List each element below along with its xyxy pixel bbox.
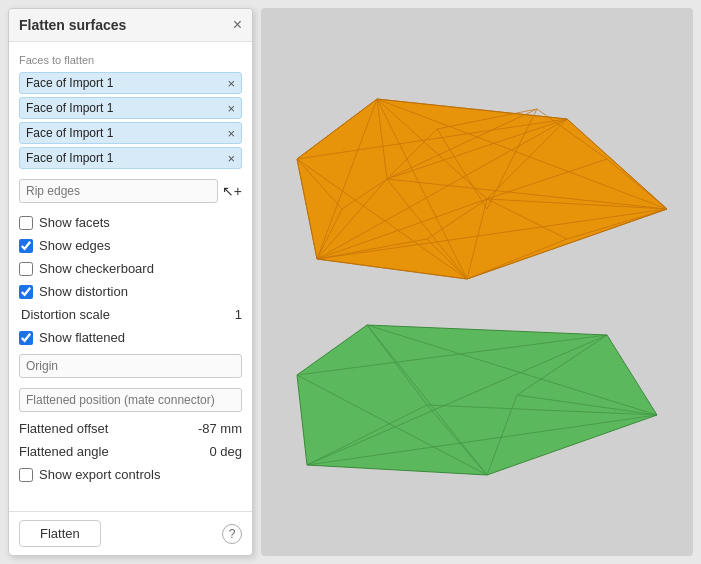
show-distortion-label: Show distortion (39, 284, 128, 299)
face-item: Face of Import 1 × (19, 147, 242, 169)
show-flattened-checkbox[interactable] (19, 331, 33, 345)
flattened-angle-row: Flattened angle 0 deg (19, 442, 242, 461)
viewport (261, 8, 693, 556)
flatten-surfaces-panel: Flatten surfaces × Faces to flatten Face… (8, 8, 253, 556)
face-item-remove-button[interactable]: × (227, 127, 235, 140)
show-distortion-checkbox[interactable] (19, 285, 33, 299)
orange-mesh-shape (287, 79, 667, 289)
panel-header: Flatten surfaces × (9, 9, 252, 42)
show-checkerboard-row: Show checkerboard (19, 259, 242, 278)
panel-title: Flatten surfaces (19, 17, 126, 33)
flattened-offset-value: -87 mm (198, 421, 242, 436)
add-cursor-icon: ↖+ (222, 183, 242, 199)
face-item: Face of Import 1 × (19, 97, 242, 119)
panel-footer: Flatten ? (9, 511, 252, 555)
show-edges-row: Show edges (19, 236, 242, 255)
close-button[interactable]: × (233, 17, 242, 33)
face-item-remove-button[interactable]: × (227, 77, 235, 90)
distortion-scale-value: 1 (235, 307, 242, 322)
show-facets-row: Show facets (19, 213, 242, 232)
show-checkerboard-label: Show checkerboard (39, 261, 154, 276)
face-item-label: Face of Import 1 (26, 126, 113, 140)
flatten-button[interactable]: Flatten (19, 520, 101, 547)
face-item-label: Face of Import 1 (26, 151, 113, 165)
show-distortion-row: Show distortion (19, 282, 242, 301)
show-facets-checkbox[interactable] (19, 216, 33, 230)
panel-body: Faces to flatten Face of Import 1 × Face… (9, 42, 252, 511)
show-edges-checkbox[interactable] (19, 239, 33, 253)
distortion-scale-row: Distortion scale 1 (21, 305, 242, 324)
face-list: Face of Import 1 × Face of Import 1 × Fa… (19, 72, 242, 169)
faces-section-label: Faces to flatten (19, 54, 242, 66)
origin-input[interactable] (19, 354, 242, 378)
flattened-offset-label: Flattened offset (19, 421, 108, 436)
rip-edges-row: ↖+ (19, 179, 242, 203)
distortion-scale-label: Distortion scale (21, 307, 110, 322)
flattened-position-input[interactable] (19, 388, 242, 412)
face-item-remove-button[interactable]: × (227, 102, 235, 115)
show-export-controls-label: Show export controls (39, 467, 160, 482)
show-flattened-label: Show flattened (39, 330, 125, 345)
show-checkerboard-checkbox[interactable] (19, 262, 33, 276)
show-flattened-row: Show flattened (19, 328, 242, 347)
face-item: Face of Import 1 × (19, 122, 242, 144)
rip-edges-input[interactable] (19, 179, 218, 203)
svg-marker-41 (297, 325, 657, 475)
show-facets-label: Show facets (39, 215, 110, 230)
flattened-angle-label: Flattened angle (19, 444, 109, 459)
help-icon[interactable]: ? (222, 524, 242, 544)
face-item-label: Face of Import 1 (26, 101, 113, 115)
show-export-controls-row: Show export controls (19, 465, 242, 484)
show-export-controls-checkbox[interactable] (19, 468, 33, 482)
show-edges-label: Show edges (39, 238, 111, 253)
flattened-angle-value: 0 deg (209, 444, 242, 459)
green-flat-shape (287, 305, 667, 485)
flattened-offset-row: Flattened offset -87 mm (19, 419, 242, 438)
face-item-remove-button[interactable]: × (227, 152, 235, 165)
face-item: Face of Import 1 × (19, 72, 242, 94)
face-item-label: Face of Import 1 (26, 76, 113, 90)
